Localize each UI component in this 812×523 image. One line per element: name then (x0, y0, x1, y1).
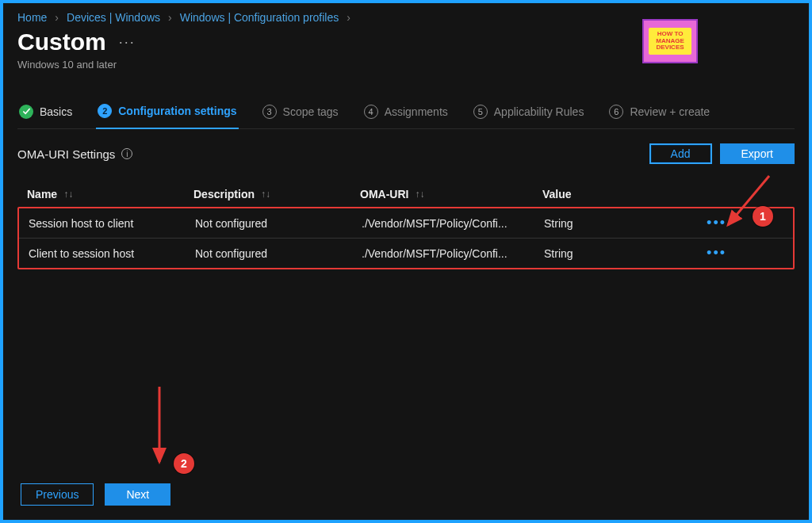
annotation-arrow-icon (147, 383, 171, 472)
step-number-icon: 2 (98, 104, 112, 118)
export-button[interactable]: Export (720, 143, 795, 164)
row-more-icon[interactable]: ••• (663, 215, 726, 231)
cell-name: Client to session host (29, 247, 195, 260)
step-number-icon: 5 (473, 105, 488, 119)
tab-scope-tags[interactable]: 3 Scope tags (261, 98, 340, 128)
next-button[interactable]: Next (105, 483, 170, 506)
logo-line3: DEVICES (652, 44, 688, 52)
chevron-right-icon: › (168, 11, 172, 24)
chevron-right-icon: › (347, 11, 350, 24)
tab-assignments[interactable]: 4 Assignments (362, 98, 450, 128)
tab-configuration-settings[interactable]: 2 Configuration settings (96, 97, 238, 129)
svg-line-0 (728, 176, 769, 225)
title-more-icon[interactable]: ··· (119, 34, 136, 51)
col-description[interactable]: Description ↑↓ (193, 188, 360, 200)
brand-logo: HOW TO MANAGE DEVICES (642, 19, 698, 63)
tab-label: Review + create (630, 105, 710, 118)
cell-omauri: ./Vendor/MSFT/Policy/Confi... (362, 217, 544, 230)
step-number-icon: 6 (609, 105, 623, 119)
cell-value: String (544, 247, 663, 260)
wizard-tabs: Basics 2 Configuration settings 3 Scope … (17, 97, 795, 129)
cell-value: String (544, 217, 663, 230)
chevron-right-icon: › (55, 11, 59, 24)
cell-omauri: ./Vendor/MSFT/Policy/Confi... (362, 247, 544, 260)
tab-review-create[interactable]: 6 Review + create (607, 98, 711, 128)
breadcrumb-home[interactable]: Home (17, 11, 47, 24)
table-row[interactable]: Client to session host Not configured ./… (19, 238, 793, 268)
info-icon[interactable]: i (121, 148, 132, 159)
cell-name: Session host to client (29, 217, 195, 230)
sort-icon: ↑↓ (261, 189, 270, 200)
oma-uri-table: Name ↑↓ Description ↑↓ OMA-URI ↑↓ Value … (17, 181, 795, 269)
cell-description: Not configured (195, 247, 362, 260)
step-number-icon: 4 (364, 105, 378, 119)
annotation-callout-2: 2 (174, 453, 194, 474)
step-number-icon: 3 (262, 105, 277, 119)
breadcrumb-devices-windows[interactable]: Devices | Windows (67, 11, 160, 24)
tab-label: Applicability Rules (494, 105, 584, 118)
tab-basics[interactable]: Basics (17, 98, 74, 128)
annotation-arrow-icon (720, 170, 776, 235)
col-value[interactable]: Value (542, 188, 661, 200)
cell-description: Not configured (195, 217, 362, 230)
sort-icon: ↑↓ (415, 189, 424, 200)
check-icon (19, 105, 33, 119)
col-name[interactable]: Name ↑↓ (27, 188, 193, 200)
page-title: Custom (17, 29, 106, 55)
sort-icon: ↑↓ (63, 189, 73, 200)
row-more-icon[interactable]: ••• (663, 245, 726, 262)
table-header-row: Name ↑↓ Description ↑↓ OMA-URI ↑↓ Value (17, 181, 795, 207)
table-row[interactable]: Session host to client Not configured ./… (19, 208, 793, 238)
tab-applicability-rules[interactable]: 5 Applicability Rules (472, 98, 586, 128)
tab-label: Assignments (385, 105, 448, 118)
tab-label: Configuration settings (118, 105, 236, 117)
table-body-highlight: Session host to client Not configured ./… (17, 207, 795, 269)
section-title: OMA-URI Settings (17, 147, 115, 161)
tab-label: Scope tags (283, 105, 339, 118)
previous-button[interactable]: Previous (21, 483, 94, 506)
tab-label: Basics (40, 105, 72, 118)
col-omauri[interactable]: OMA-URI ↑↓ (360, 188, 542, 200)
breadcrumb-config-profiles[interactable]: Windows | Configuration profiles (180, 11, 339, 24)
add-button[interactable]: Add (649, 143, 712, 164)
